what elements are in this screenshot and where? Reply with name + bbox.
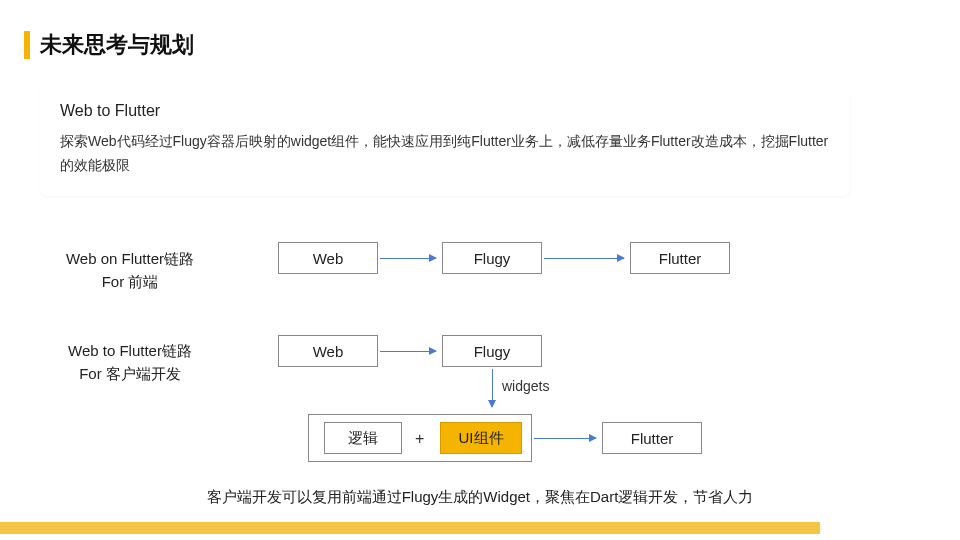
node-logic: 逻辑: [324, 422, 402, 454]
diagram-area: Web Flugy Flutter Web Flugy widgets 逻辑 +…: [0, 230, 960, 490]
node-flutter-1: Flutter: [630, 242, 730, 274]
node-flutter-2: Flutter: [602, 422, 702, 454]
card-body: 探索Web代码经过Flugy容器后映射的widget组件，能快速应用到纯Flut…: [60, 130, 830, 178]
info-card: Web to Flutter 探索Web代码经过Flugy容器后映射的widge…: [40, 86, 850, 196]
arrow-flugy-flutter-1: [544, 258, 624, 259]
arrow-flugy-ui: [492, 369, 493, 407]
footer-text: 客户端开发可以复用前端通过Flugy生成的Widget，聚焦在Dart逻辑开发，…: [0, 488, 960, 507]
node-flugy-2: Flugy: [442, 335, 542, 367]
node-web-1: Web: [278, 242, 378, 274]
node-ui: UI组件: [440, 422, 522, 454]
node-flugy-1: Flugy: [442, 242, 542, 274]
slide: 未来思考与规划 Web to Flutter 探索Web代码经过Flugy容器后…: [0, 0, 960, 540]
plus-sign: +: [415, 430, 424, 448]
arrow-container-flutter: [534, 438, 596, 439]
arrow-web-flugy-2: [380, 351, 436, 352]
edge-widgets-label: widgets: [502, 378, 549, 394]
page-title: 未来思考与规划: [40, 30, 194, 60]
title-accent: [24, 31, 30, 59]
bottom-stripe: [0, 522, 820, 534]
card-title: Web to Flutter: [60, 102, 830, 120]
title-bar: 未来思考与规划: [24, 30, 194, 60]
node-web-2: Web: [278, 335, 378, 367]
arrow-web-flugy-1: [380, 258, 436, 259]
